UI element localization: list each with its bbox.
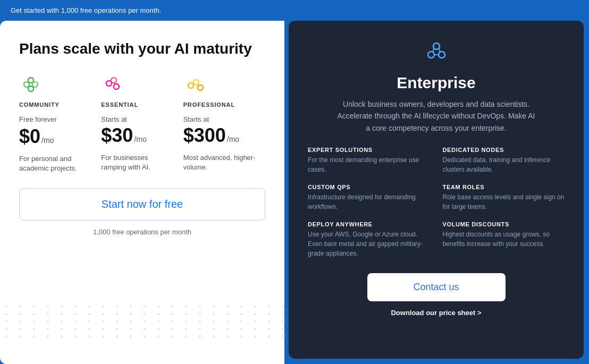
community-desc: For personal and academic projects. [19,154,92,173]
left-panel-title: Plans scale with your AI maturity [19,40,265,58]
svg-point-19 [428,52,434,58]
essential-desc: For businesses ramping with AI. [101,153,174,172]
svg-line-7 [32,86,33,87]
svg-line-12 [114,82,115,84]
dots-background: // Generate dots inline for(let i=0; i<1… [0,300,284,364]
enterprise-icon-container [308,38,565,67]
community-plan-name: COMMUNITY [19,101,92,108]
top-bar-text: Get started with 1,000 free operations p… [11,6,161,14]
svg-line-22 [439,48,440,52]
dots-grid: // Generate dots inline for(let i=0; i<1… [0,300,284,343]
plan-essential: ESSENTIAL Starts at $30 /mo For business… [101,73,183,173]
svg-line-6 [29,86,30,87]
professional-desc: Most advanced, higher-volume. [183,153,257,172]
feature-custom-qps-desc: Infrastructure designed for demanding wo… [308,192,430,211]
professional-price-row: $300 /mo [183,124,257,147]
plan-community: COMMUNITY Free forever $0 /mo For person… [19,73,101,173]
feature-custom-qps: CUSTOM QPS Infrastructure designed for d… [308,184,430,211]
feature-volume-discounts: VOLUME DISCOUNTS Highest discounts as us… [443,221,565,258]
enterprise-subtitle: Unlock business owners, developers and d… [335,98,537,134]
svg-line-5 [32,82,33,82]
essential-price-row: $30 /mo [101,124,174,147]
svg-line-11 [112,82,112,83]
feature-volume-discounts-desc: Highest discounts as usage grows, so ben… [443,230,565,249]
feature-team-roles-desc: Role base access levels and single sign … [443,192,565,211]
plan-professional: PROFESSIONAL Starts at $300 /mo Most adv… [183,73,265,173]
community-icon [19,73,43,96]
community-price-row: $0 /mo [19,125,92,148]
feature-team-roles: TEAM ROLES Role base access levels and s… [443,184,565,211]
feature-expert-solutions-title: EXPERT SOLUTIONS [308,147,430,153]
svg-line-16 [193,84,194,84]
top-bar: Get started with 1,000 free operations p… [0,0,589,21]
feature-dedicated-nodes: DEDICATED NODES Dedicated data, training… [443,147,565,174]
feature-deploy-anywhere-title: DEPLOY ANYWHERE [308,221,430,227]
professional-price: $300 [183,124,226,147]
enterprise-title: Enterprise [308,74,565,92]
feature-expert-solutions-desc: For the most demanding enterprise use ca… [308,155,430,174]
essential-plan-name: ESSENTIAL [101,101,174,108]
feature-team-roles-title: TEAM ROLES [443,184,565,190]
feature-deploy-anywhere-desc: Use your AWS, Google or Azure cloud. Eve… [308,230,430,258]
svg-line-21 [433,48,434,52]
professional-icon [183,73,207,96]
contact-us-button[interactable]: Contact us [367,273,506,301]
svg-point-0 [24,82,29,87]
feature-custom-qps-title: CUSTOM QPS [308,184,430,190]
feature-expert-solutions: EXPERT SOLUTIONS For the most demanding … [308,147,430,174]
svg-line-4 [29,82,30,82]
professional-starts-at: Starts at [183,115,257,123]
feature-volume-discounts-title: VOLUME DISCOUNTS [443,221,565,227]
svg-point-13 [188,83,193,88]
svg-point-14 [193,80,199,85]
right-panel: Enterprise Unlock business owners, devel… [289,21,584,359]
svg-point-15 [198,85,203,90]
essential-price: $30 [101,124,133,147]
features-grid: EXPERT SOLUTIONS For the most demanding … [308,147,565,258]
feature-deploy-anywhere: DEPLOY ANYWHERE Use your AWS, Google or … [308,221,430,258]
essential-starts-at: Starts at [101,115,174,123]
left-panel: Plans scale with your AI maturity [0,21,284,364]
svg-point-2 [32,82,38,87]
community-price: $0 [19,125,40,148]
essential-per-mo: /mo [134,135,146,143]
svg-point-20 [439,52,445,58]
main-content: Plans scale with your AI maturity [0,21,589,364]
enterprise-icon [423,38,450,65]
free-ops-note: 1,000 free operations per month [19,228,265,236]
professional-per-mo: /mo [227,135,239,143]
start-now-button[interactable]: Start now for free [19,188,265,221]
essential-icon [101,73,124,96]
feature-dedicated-nodes-desc: Dedicated data, training and inference c… [443,155,565,174]
svg-point-10 [114,84,119,89]
price-sheet-link[interactable]: Download our price sheet > [308,309,565,317]
community-free-label: Free forever [19,115,92,123]
plans-row: COMMUNITY Free forever $0 /mo For person… [19,73,265,173]
community-per-mo: /mo [41,136,54,145]
feature-dedicated-nodes-title: DEDICATED NODES [443,147,565,153]
professional-plan-name: PROFESSIONAL [183,101,257,108]
